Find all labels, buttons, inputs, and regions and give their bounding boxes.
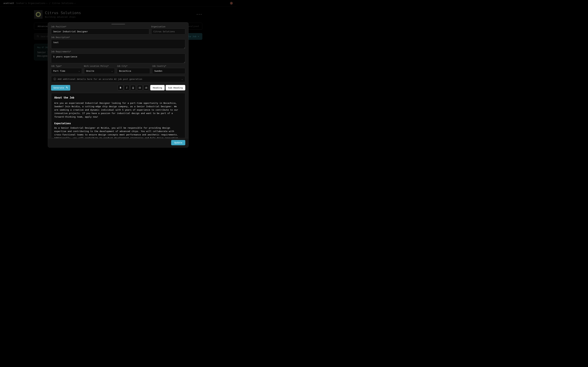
job-post-editor[interactable]: About the Job Are you an experienced Ind…: [51, 93, 185, 138]
job-type-select[interactable]: Part Time ⌄: [51, 68, 82, 74]
job-city-input[interactable]: [117, 68, 150, 74]
sparkle-icon: [66, 86, 68, 89]
label-job-type: Job Type*: [51, 65, 82, 67]
label-work-policy: Work Location Policy*: [84, 65, 115, 67]
label-job-requirements: Job Requirements*: [51, 50, 185, 53]
label-job-city: Job City*: [117, 65, 150, 67]
italic-button[interactable]: I: [124, 85, 130, 90]
numbered-list-button[interactable]: [143, 85, 149, 90]
select-value: Onsite: [86, 70, 94, 72]
drag-handle[interactable]: [112, 24, 125, 25]
svg-point-6: [139, 88, 139, 88]
generate-button[interactable]: Generate: [51, 85, 70, 91]
underline-icon: U: [132, 86, 134, 89]
label-organisation: Organisation: [151, 25, 185, 28]
additional-details-toggle[interactable]: i Add additional details here for an acc…: [51, 76, 185, 82]
bold-icon: B: [120, 86, 121, 89]
heading-button[interactable]: Heading: [150, 85, 165, 90]
label-job-position: Job Position*: [51, 25, 149, 28]
bullet-list-button[interactable]: [137, 85, 143, 90]
label-job-description: Job Description*: [51, 36, 185, 39]
additional-details-label: Add additional details here for an accur…: [58, 78, 142, 80]
chevron-down-icon: ⌄: [112, 70, 113, 72]
update-button[interactable]: Update: [171, 140, 185, 145]
editor-toolbar: Generate B I U: [51, 85, 185, 91]
job-requirements-textarea[interactable]: [51, 53, 185, 63]
editor-heading: About the Job: [54, 96, 182, 100]
bullet-list-icon: [139, 86, 141, 89]
edit-job-modal: Job Position* Organisation Job Descripti…: [48, 22, 189, 148]
svg-point-4: [139, 87, 139, 87]
work-policy-select[interactable]: Onsite ⌄: [84, 68, 115, 74]
svg-point-5: [139, 88, 139, 88]
chevron-down-icon: ⌄: [182, 78, 183, 80]
editor-paragraph: As a Senior Industrial Designer at Nvidi…: [54, 126, 182, 138]
job-description-textarea[interactable]: [51, 39, 185, 49]
editor-heading: Expectations: [54, 122, 182, 125]
underline-button[interactable]: U: [130, 85, 136, 90]
job-position-input[interactable]: [51, 29, 149, 34]
modal-overlay[interactable]: Job Position* Organisation Job Descripti…: [0, 0, 236, 148]
job-country-input[interactable]: [152, 68, 185, 74]
modal-body: Job Position* Organisation Job Descripti…: [48, 25, 188, 138]
select-value: Part Time: [53, 70, 65, 72]
organisation-input: [151, 29, 185, 34]
italic-icon: I: [126, 86, 127, 89]
button-label: Generate: [53, 86, 64, 89]
bold-button[interactable]: B: [118, 85, 123, 90]
info-icon: i: [54, 78, 56, 80]
editor-paragraph: Are you an experienced Industrial Design…: [54, 101, 182, 119]
modal-footer: Update: [48, 138, 188, 147]
chevron-down-icon: ⌄: [79, 70, 80, 72]
label-job-country: Job Country*: [152, 65, 185, 67]
subheading-button[interactable]: Sub-Heading: [165, 85, 185, 90]
numbered-list-icon: [145, 86, 147, 89]
